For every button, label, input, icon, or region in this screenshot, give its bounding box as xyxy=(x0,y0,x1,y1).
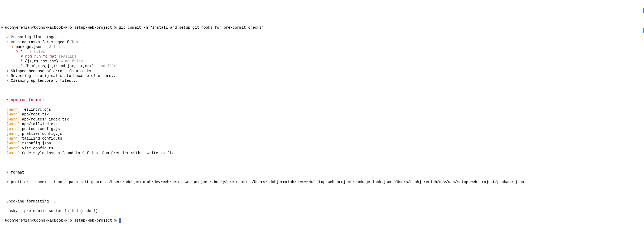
prompt-sep: % xyxy=(114,25,117,30)
warn-label: [warn] xyxy=(6,117,20,122)
warn-label: [warn] xyxy=(6,151,20,155)
warn-text: vite.config.ts xyxy=(22,146,53,150)
format-line-2: > prettier --check --ignore-path .gitign… xyxy=(1,180,643,184)
warn-line: [warn] postcss.config.js xyxy=(1,127,643,131)
warn-text: .eslintrc.cjs xyxy=(22,107,51,112)
error-icon: ⊗ xyxy=(1,25,3,30)
scroll-marker xyxy=(643,28,644,33)
checking-line: Checking formatting... xyxy=(1,199,643,204)
warn-text: prettier.config.js xyxy=(22,132,62,136)
step-line: ✖ npm run format [FAILED] xyxy=(1,54,643,59)
warn-line: [warn] .eslintrc.cjs xyxy=(1,107,643,112)
warn-text: postcss.config.js xyxy=(22,127,60,131)
warn-line: [warn] app/routes/_index.tsx xyxy=(1,117,643,122)
blank-line xyxy=(1,160,643,165)
fail-icon: ✖ xyxy=(6,98,8,102)
scroll-marker xyxy=(643,8,644,13)
step-text: * xyxy=(20,50,23,54)
command-text: git commit -m "Install and setup git hoo… xyxy=(119,25,264,30)
step-icon: ↓ xyxy=(16,59,18,63)
step-text: *.{js,ts,jsx,tsx} xyxy=(20,59,58,63)
step-suffix: — 3 files xyxy=(42,45,65,49)
fail-header: ✖ npm run format: xyxy=(1,98,643,102)
step-text: *.{html,css,js,ts,md,jsx,tsx,mdx} xyxy=(20,64,94,68)
warn-label: [warn] xyxy=(6,141,20,145)
warn-line: [warn] tailwind.config.ts xyxy=(1,136,643,141)
cursor[interactable] xyxy=(119,218,121,223)
warn-text: Code style issues found in 9 files. Run … xyxy=(22,151,176,155)
step-icon: ⚠ xyxy=(6,40,8,44)
warn-line: [warn] app/root.tsx xyxy=(1,112,643,117)
step-text: npm run format xyxy=(25,54,57,59)
prompt-dir: setup-web-project xyxy=(74,218,112,223)
prompt-line-2: ○ udohjeremiah@Udohs-MacBook-Pro setup-w… xyxy=(1,218,643,223)
step-icon: ❯ xyxy=(16,50,18,54)
prompt-user-host: udohjeremiah@Udohs-MacBook-Pro xyxy=(5,218,72,223)
step-line: ↓ *.{html,css,js,ts,md,jsx,tsx,mdx} — no… xyxy=(1,64,643,68)
warn-label: [warn] xyxy=(6,112,20,116)
step-text: package.json xyxy=(16,45,42,49)
fail-text: npm run format: xyxy=(11,98,44,102)
warn-text: app/tailwind.css xyxy=(22,122,58,126)
step-suffix: [FAILED] xyxy=(56,54,76,59)
step-icon: ❯ xyxy=(11,45,13,49)
step-line: ❯ package.json — 3 files xyxy=(1,45,643,49)
prompt-sep: % xyxy=(114,218,117,223)
step-line: ⚠ Running tasks for staged files... xyxy=(1,40,643,45)
step-line: ✔ Cleaning up temporary files... xyxy=(1,78,643,83)
step-suffix: — no files xyxy=(58,59,83,63)
prompt-dir: setup-web-project xyxy=(74,25,112,30)
step-icon: ✖ xyxy=(21,54,23,59)
circle-icon: ○ xyxy=(1,218,3,223)
warn-text: tailwind.config.ts xyxy=(22,136,62,141)
blank-line xyxy=(1,88,643,93)
step-line: ✔ Preparing lint-staged... xyxy=(1,35,643,40)
prompt-user-host: udohjeremiah@Udohs-MacBook-Pro xyxy=(5,25,72,30)
step-line: ↓ Skipped because of errors from tasks. xyxy=(1,69,643,74)
terminal-output: ⊗ udohjeremiah@Udohs-MacBook-Pro setup-w… xyxy=(1,20,643,228)
step-text: Skipped because of errors from tasks. xyxy=(11,69,93,73)
step-icon: ↓ xyxy=(6,69,8,73)
step-icon: ✔ xyxy=(6,74,8,78)
warn-label: [warn] xyxy=(6,127,20,131)
step-icon: ✔ xyxy=(6,79,8,83)
step-icon: ↓ xyxy=(16,64,18,68)
format-line-1: > format xyxy=(1,170,643,175)
warn-label: [warn] xyxy=(6,132,20,136)
step-text: Preparing lint-staged... xyxy=(11,35,65,39)
warn-line: [warn] vite.config.ts xyxy=(1,146,643,151)
husky-line: husky - pre-commit script failed (code 1… xyxy=(1,209,643,213)
prompt-line-1: ⊗ udohjeremiah@Udohs-MacBook-Pro setup-w… xyxy=(1,25,643,30)
warn-label: [warn] xyxy=(6,107,20,112)
warn-label: [warn] xyxy=(6,122,20,126)
warn-text: app/root.tsx xyxy=(22,112,49,116)
warn-line: [warn] Code style issues found in 9 file… xyxy=(1,151,643,155)
warn-text: app/routes/_index.tsx xyxy=(22,117,69,122)
step-text: Cleaning up temporary files... xyxy=(11,79,78,83)
warn-line: [warn] app/tailwind.css xyxy=(1,122,643,127)
step-icon: ✔ xyxy=(6,35,8,39)
warn-label: [warn] xyxy=(6,146,20,150)
step-suffix: — no files xyxy=(94,64,118,68)
warn-line: [warn] tsconfig.json xyxy=(1,141,643,146)
step-text: Running tasks for staged files... xyxy=(11,40,84,44)
step-text: Reverting to original state because of e… xyxy=(11,74,118,78)
warn-text: tsconfig.json xyxy=(22,141,51,145)
blank-line xyxy=(1,189,643,194)
step-line: ❯ * — 3 files xyxy=(1,49,643,54)
warn-line: [warn] prettier.config.js xyxy=(1,131,643,136)
step-line: ✔ Reverting to original state because of… xyxy=(1,74,643,78)
step-line: ↓ *.{js,ts,jsx,tsx} — no files xyxy=(1,59,643,64)
warn-label: [warn] xyxy=(6,136,20,141)
step-suffix: — 3 files xyxy=(23,50,45,54)
